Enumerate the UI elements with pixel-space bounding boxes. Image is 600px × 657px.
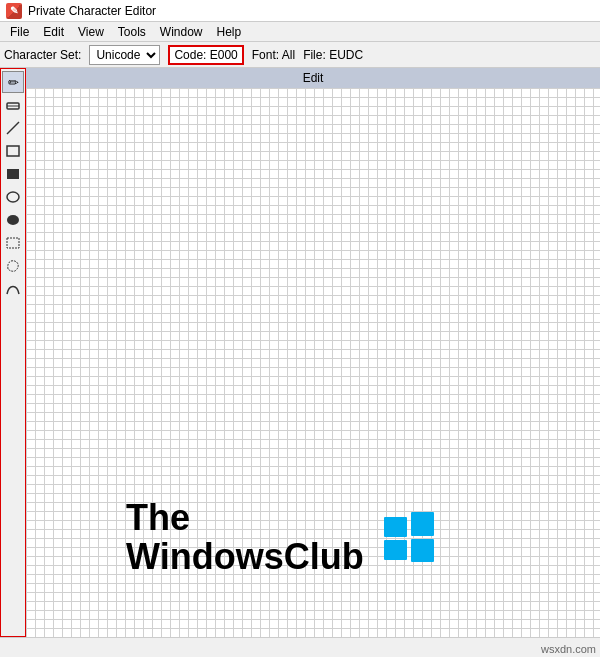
tool-selection-rect[interactable] xyxy=(2,232,24,254)
watermark: The WindowsClub xyxy=(126,498,434,577)
tool-hollow-ellipse[interactable] xyxy=(2,186,24,208)
main-area: ✏ Edit xyxy=(0,68,600,637)
watermark-line2: WindowsClub xyxy=(126,537,364,577)
menu-view[interactable]: View xyxy=(72,23,110,41)
tool-bezier[interactable] xyxy=(2,278,24,300)
svg-rect-8 xyxy=(384,517,407,537)
edit-area: Edit The WindowsClub xyxy=(26,68,600,637)
menu-help[interactable]: Help xyxy=(211,23,248,41)
svg-rect-7 xyxy=(7,238,19,248)
menu-bar: File Edit View Tools Window Help xyxy=(0,22,600,42)
svg-point-6 xyxy=(7,215,19,225)
svg-line-2 xyxy=(7,122,19,134)
svg-point-5 xyxy=(7,192,19,202)
watermark-line1: The xyxy=(126,498,364,538)
file-display: File: EUDC xyxy=(303,48,363,62)
status-bar: wsxdn.com xyxy=(0,637,600,657)
tools-panel: ✏ xyxy=(0,68,26,637)
svg-rect-3 xyxy=(7,146,19,156)
title-bar: ✎ Private Character Editor xyxy=(0,0,600,22)
tool-eraser[interactable] xyxy=(2,94,24,116)
tool-pencil[interactable]: ✏ xyxy=(2,71,24,93)
website-label: wsxdn.com xyxy=(541,643,596,655)
tool-filled-ellipse[interactable] xyxy=(2,209,24,231)
app-title: Private Character Editor xyxy=(28,4,156,18)
watermark-text: The WindowsClub xyxy=(126,498,364,577)
tool-freeform-select[interactable] xyxy=(2,255,24,277)
character-set-select[interactable]: Unicode xyxy=(89,45,160,65)
svg-rect-11 xyxy=(411,539,434,562)
character-set-label: Character Set: xyxy=(4,48,81,62)
menu-tools[interactable]: Tools xyxy=(112,23,152,41)
toolbar: Character Set: Unicode Code: E000 Font: … xyxy=(0,42,600,68)
app-icon: ✎ xyxy=(6,3,22,19)
font-display: Font: All xyxy=(252,48,295,62)
windows-logo-icon xyxy=(384,512,434,562)
grid-canvas[interactable]: The WindowsClub xyxy=(26,88,600,637)
svg-rect-4 xyxy=(7,169,19,179)
menu-edit[interactable]: Edit xyxy=(37,23,70,41)
edit-header: Edit xyxy=(26,68,600,88)
code-display: Code: E000 xyxy=(168,45,243,65)
svg-rect-10 xyxy=(384,540,407,560)
tool-filled-rect[interactable] xyxy=(2,163,24,185)
menu-file[interactable]: File xyxy=(4,23,35,41)
tool-line[interactable] xyxy=(2,117,24,139)
svg-rect-9 xyxy=(411,512,434,536)
tool-hollow-rect[interactable] xyxy=(2,140,24,162)
menu-window[interactable]: Window xyxy=(154,23,209,41)
